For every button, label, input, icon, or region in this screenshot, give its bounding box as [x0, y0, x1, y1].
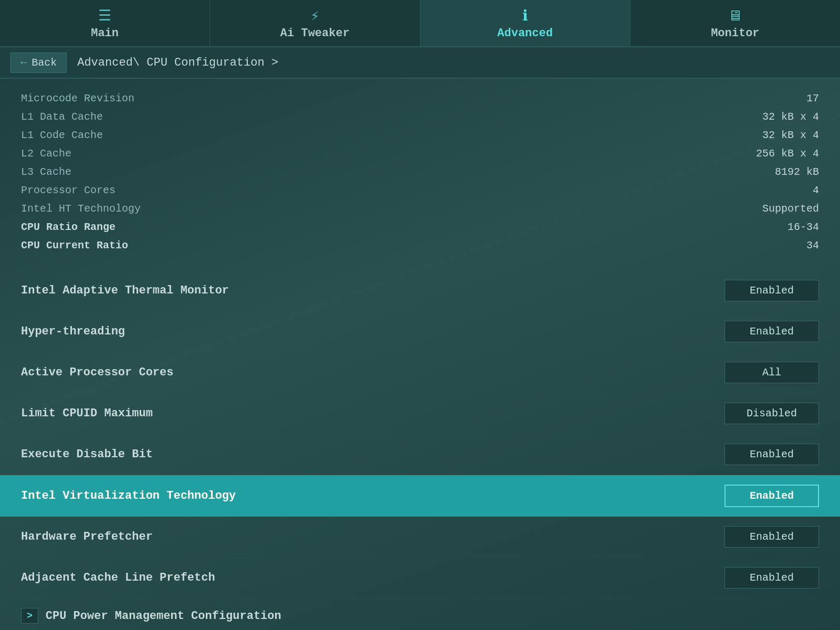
setting-label-hyperthreading: Hyper-threading [21, 325, 125, 338]
submenu-arrow-icon: > [21, 608, 38, 624]
info-label: L1 Code Cache [21, 129, 103, 141]
info-value: 17 [714, 92, 819, 104]
info-row: CPU Current Ratio 34 [21, 236, 819, 255]
back-button[interactable]: ← Back [10, 52, 67, 73]
tab-label-main: Main [91, 27, 119, 40]
setting-label-thermal: Intel Adaptive Thermal Monitor [21, 284, 229, 297]
info-row: L1 Data Cache 32 kB x 4 [21, 108, 819, 126]
nav-tab-main[interactable]: ☰ Main [0, 0, 210, 46]
tab-icon-main: ☰ [98, 7, 111, 25]
setting-row-hyperthreading[interactable]: Hyper-threading Enabled [21, 311, 819, 352]
info-label: L3 Cache [21, 166, 71, 178]
info-label: CPU Ratio Range [21, 221, 116, 233]
info-row: CPU Ratio Range 16-34 [21, 218, 819, 236]
setting-row-adj-cache[interactable]: Adjacent Cache Line Prefetch Enabled [21, 558, 819, 598]
info-value: 16-34 [714, 221, 819, 233]
setting-row-hw-prefetch[interactable]: Hardware Prefetcher Enabled [21, 517, 819, 558]
content-area: Microcode Revision 17 L1 Data Cache 32 k… [0, 79, 840, 630]
info-label: L2 Cache [21, 148, 71, 160]
nav-bar: ☰ Main ⚡ Ai Tweaker ℹ Advanced 🖥 Monitor [0, 0, 840, 47]
tab-icon-advanced: ℹ [522, 7, 528, 25]
tab-icon-monitor: 🖥 [728, 7, 742, 25]
info-row: L2 Cache 256 kB x 4 [21, 144, 819, 163]
setting-btn-execute-disable[interactable]: Enabled [724, 444, 819, 465]
setting-btn-hyperthreading[interactable]: Enabled [724, 321, 819, 342]
info-value: 32 kB x 4 [714, 111, 819, 123]
tab-label-advanced: Advanced [497, 27, 553, 40]
setting-row-execute-disable[interactable]: Execute Disable Bit Enabled [21, 434, 819, 475]
info-section: Microcode Revision 17 L1 Data Cache 32 k… [21, 89, 819, 255]
setting-row-thermal[interactable]: Intel Adaptive Thermal Monitor Enabled [21, 270, 819, 311]
setting-btn-vt[interactable]: Enabled [724, 485, 819, 507]
info-row: L1 Code Cache 32 kB x 4 [21, 126, 819, 144]
setting-row-vt[interactable]: Intel Virtualization Technology Enabled [0, 475, 840, 517]
breadcrumb-path: Advanced\ CPU Configuration > [77, 56, 278, 69]
setting-btn-active-cores[interactable]: All [724, 362, 819, 383]
info-row: Intel HT Technology Supported [21, 200, 819, 218]
setting-label-vt: Intel Virtualization Technology [21, 489, 236, 502]
tab-icon-ai-tweaker: ⚡ [310, 7, 319, 25]
info-label: Intel HT Technology [21, 203, 141, 215]
info-label: Microcode Revision [21, 92, 134, 104]
setting-label-hw-prefetch: Hardware Prefetcher [21, 530, 153, 543]
info-value: Supported [714, 203, 819, 215]
setting-label-adj-cache: Adjacent Cache Line Prefetch [21, 571, 215, 584]
setting-row-active-cores[interactable]: Active Processor Cores All [21, 352, 819, 393]
info-label: L1 Data Cache [21, 111, 103, 123]
info-label: CPU Current Ratio [21, 239, 128, 251]
back-arrow-icon: ← [20, 56, 27, 69]
info-row: Processor Cores 4 [21, 181, 819, 200]
info-value: 32 kB x 4 [714, 129, 819, 141]
info-value: 8192 kB [714, 166, 819, 178]
info-row: L3 Cache 8192 kB [21, 163, 819, 181]
setting-row-cpuid[interactable]: Limit CPUID Maximum Disabled [21, 393, 819, 434]
tab-label-monitor: Monitor [711, 27, 759, 40]
back-label: Back [32, 57, 57, 69]
submenu-label: CPU Power Management Configuration [46, 610, 281, 623]
setting-btn-hw-prefetch[interactable]: Enabled [724, 526, 819, 548]
nav-tab-advanced[interactable]: ℹ Advanced [421, 0, 631, 46]
setting-btn-thermal[interactable]: Enabled [724, 280, 819, 301]
setting-btn-adj-cache[interactable]: Enabled [724, 567, 819, 589]
nav-tab-ai-tweaker[interactable]: ⚡ Ai Tweaker [210, 0, 420, 46]
setting-label-active-cores: Active Processor Cores [21, 366, 173, 379]
setting-btn-cpuid[interactable]: Disabled [724, 403, 819, 424]
info-row: Microcode Revision 17 [21, 89, 819, 108]
setting-label-execute-disable: Execute Disable Bit [21, 448, 153, 461]
info-value: 256 kB x 4 [714, 148, 819, 160]
setting-label-cpuid: Limit CPUID Maximum [21, 407, 153, 420]
breadcrumb-bar: ← Back Advanced\ CPU Configuration > [0, 47, 840, 79]
info-value: 34 [714, 239, 819, 251]
settings-section: Intel Adaptive Thermal Monitor Enabled H… [21, 270, 819, 598]
submenu-row[interactable]: > CPU Power Management Configuration [21, 598, 819, 630]
nav-tab-monitor[interactable]: 🖥 Monitor [631, 0, 840, 46]
breadcrumb-text: Advanced\ CPU Configuration > [77, 56, 278, 69]
info-value: 4 [714, 184, 819, 196]
info-label: Processor Cores [21, 184, 116, 196]
tab-label-ai-tweaker: Ai Tweaker [280, 27, 350, 40]
